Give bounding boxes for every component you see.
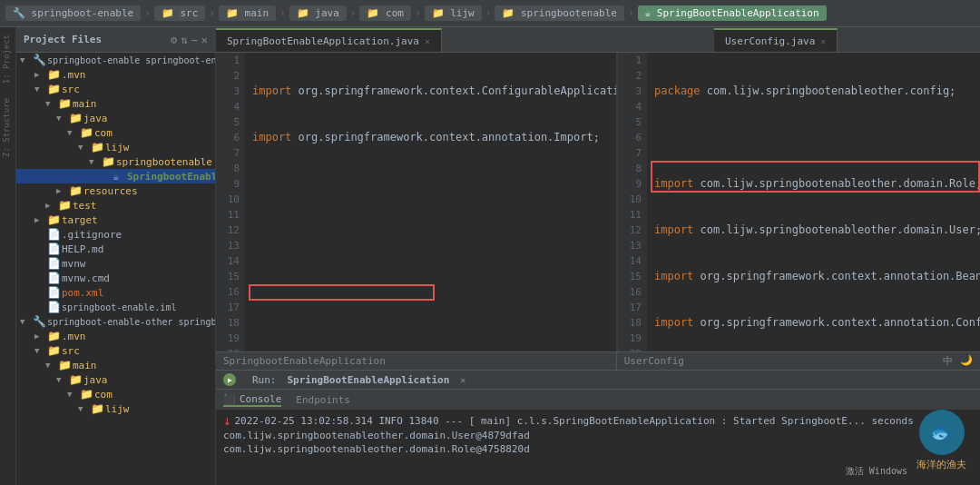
tree-target1[interactable]: ▶ 📁 target <box>16 213 215 227</box>
breadcrumb-springbootenable[interactable]: 📁 springbootenable <box>495 5 624 21</box>
breadcrumb-com[interactable]: 📁 com <box>359 5 411 21</box>
watermark-avatar: 🐟 <box>919 410 965 455</box>
file-tree: ▼ 🔧 springboot-enable springboot-enable … <box>16 53 215 485</box>
structure-label: Z: Structure <box>0 91 15 164</box>
settings-icon[interactable]: ⚙ <box>171 34 177 46</box>
tree-springbootapp[interactable]: ☕ SpringbootEnableAp <box>16 169 215 183</box>
tab-label-springbootapp: SpringBootEnableApplication.java <box>227 35 419 47</box>
left-file-status: SpringbootEnableApplication <box>223 355 386 367</box>
console-line-1: ↓ 2022-02-25 13:02:58.314 INFO 13840 ---… <box>223 413 973 428</box>
run-bar: Run: SpringBootEnableApplication ✕ <box>216 370 980 390</box>
tree-gitignore1[interactable]: 📄 .gitignore <box>16 227 215 242</box>
breadcrumb-java[interactable]: 📁 java <box>289 5 347 21</box>
tree-com1[interactable]: ▼ 📁 com <box>16 125 215 140</box>
sidebar-header: Project Files ⚙ ⇅ − ✕ <box>16 27 215 53</box>
tab-close-userconfig[interactable]: ✕ <box>820 36 826 46</box>
left-code-content: import org.springframework.context.Confi… <box>245 53 616 351</box>
run-tab-label[interactable]: SpringBootEnableApplication <box>288 374 450 386</box>
tree-springbootenable1[interactable]: ▼ 📁 springbootenable <box>16 154 215 169</box>
tree-java2[interactable]: ▼ 📁 java <box>16 372 215 387</box>
editor-area: SpringBootEnableApplication.java ✕ UserC… <box>216 27 980 485</box>
tree-mvnwcmd1[interactable]: 📄 mvnw.cmd <box>16 271 215 285</box>
tree-lijw1[interactable]: ▼ 📁 lijw <box>16 140 215 154</box>
breadcrumb-bar: 🔧 springboot-enable › 📁 src › 📁 main › 📁… <box>0 0 980 27</box>
tree-main1[interactable]: ▼ 📁 main <box>16 96 215 111</box>
left-line-numbers: 12345 678910 1112131415 1617181920 21222… <box>216 53 245 351</box>
editor-status-row: SpringbootEnableApplication UserConfig 中… <box>216 351 980 370</box>
tree-pomxml1[interactable]: 📄 pom.xml <box>16 285 215 300</box>
run-label: Run: <box>252 374 277 386</box>
tree-mvn1[interactable]: ▶ 📁 .mvn <box>16 67 215 82</box>
breadcrumb-springboot[interactable]: 🔧 springboot-enable <box>5 5 141 21</box>
tree-com2[interactable]: ▼ 📁 com <box>16 387 215 401</box>
console-tabs: ⬛ Console Endpoints <box>216 390 980 410</box>
run-tab-close[interactable]: ✕ <box>460 375 466 385</box>
console-line-2: com.lijw.springbootenableother.domain.Us… <box>223 430 973 441</box>
left-editor-pane: 12345 678910 1112131415 1617181920 21222… <box>216 53 617 351</box>
right-code-view: 12345 678910 1112131415 1617181920 21 pa… <box>618 53 980 351</box>
project-label: 1: Project <box>0 27 15 91</box>
editors-split: 12345 678910 1112131415 1617181920 21222… <box>216 53 980 351</box>
tree-iml1[interactable]: 📄 springboot-enable.iml <box>16 300 215 314</box>
close-icon[interactable]: ✕ <box>201 34 208 46</box>
tree-root-project2[interactable]: ▼ 🔧 springboot-enable-other springboot-e… <box>16 314 215 329</box>
tree-helpmd1[interactable]: 📄 HELP.md <box>16 242 215 256</box>
breadcrumb-file[interactable]: ☕ SpringBootEnableApplication <box>638 5 827 21</box>
console-line-3: com.lijw.springbootenableother.domain.Ro… <box>223 443 973 455</box>
breadcrumb-lijw[interactable]: 📁 lijw <box>425 5 482 21</box>
right-file-status: UserConfig <box>624 355 684 367</box>
run-button[interactable] <box>223 373 236 386</box>
tree-mvnw1[interactable]: 📄 mvnw <box>16 256 215 271</box>
sync-icon[interactable]: ⇅ <box>181 34 187 46</box>
tree-src2[interactable]: ▼ 📁 src <box>16 343 215 358</box>
sidebar-title: Project Files <box>24 34 102 45</box>
windows-activate: 激活 Windows <box>846 465 907 478</box>
breadcrumb-src[interactable]: 📁 src <box>154 5 206 21</box>
tree-src1[interactable]: ▼ 📁 src <box>16 82 215 96</box>
right-editor-pane: 12345 678910 1112131415 1617181920 21 pa… <box>618 53 980 351</box>
tree-main2[interactable]: ▼ 📁 main <box>16 358 215 372</box>
right-line-numbers: 12345 678910 1112131415 1617181920 21 <box>618 53 647 351</box>
tab-userconfig[interactable]: UserConfig.java ✕ <box>714 28 838 52</box>
right-code-content: package com.lijw.springbootenableother.c… <box>647 53 980 351</box>
tree-lijw2[interactable]: ▼ 📁 lijw <box>16 401 215 416</box>
tree-resources1[interactable]: ▶ 📁 resources <box>16 183 215 198</box>
watermark: 🐟 海洋的渔夫 <box>916 410 966 471</box>
arrow-indicator: ↓ <box>223 413 230 428</box>
tree-java1[interactable]: ▼ 📁 java <box>16 111 215 125</box>
console-tab-console[interactable]: ⬛ Console <box>223 393 281 407</box>
left-code-view: 12345 678910 1112131415 1617181920 21222… <box>216 53 616 351</box>
console-icon: ⬛ <box>223 393 236 405</box>
vertical-labels: 1: Project Z: Structure <box>0 27 16 485</box>
tab-springbootapp[interactable]: SpringBootEnableApplication.java ✕ <box>216 28 442 52</box>
breadcrumb-main[interactable]: 📁 main <box>219 5 276 21</box>
tab-label-userconfig: UserConfig.java <box>725 35 815 47</box>
console-tab-endpoints[interactable]: Endpoints <box>296 394 350 406</box>
tree-mvn2[interactable]: ▶ 📁 .mvn <box>16 329 215 343</box>
collapse-icon[interactable]: − <box>191 34 198 46</box>
sidebar-toolbar: ⚙ ⇅ − ✕ <box>171 34 208 46</box>
tabs-bar: SpringBootEnableApplication.java ✕ UserC… <box>216 27 980 53</box>
watermark-label: 海洋的渔夫 <box>916 458 966 471</box>
tree-test1[interactable]: ▶ 📁 test <box>16 198 215 213</box>
tree-root-project1[interactable]: ▼ 🔧 springboot-enable springboot-enable <box>16 53 215 67</box>
project-sidebar: Project Files ⚙ ⇅ − ✕ ▼ 🔧 springboot-ena… <box>16 27 216 485</box>
tab-close-springbootapp[interactable]: ✕ <box>425 36 430 46</box>
encoding-status: 中 🌙 <box>943 354 973 368</box>
